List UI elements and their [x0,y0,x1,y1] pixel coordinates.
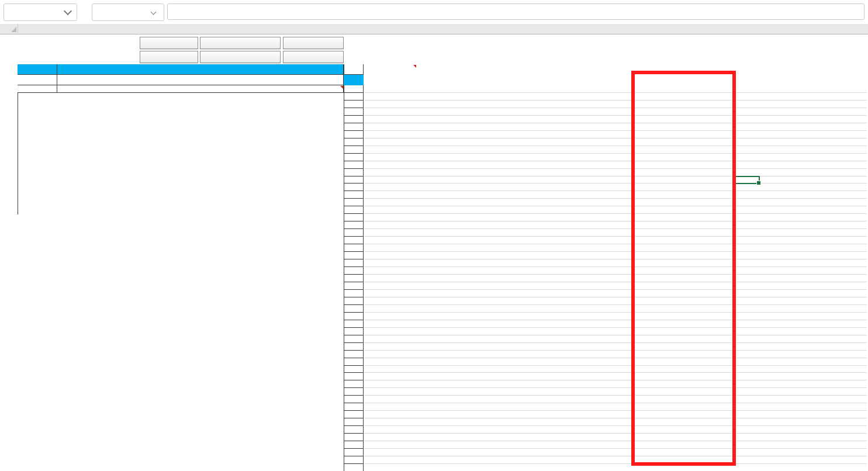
red-highlight-box [631,71,736,466]
serial-column-header[interactable] [344,75,364,85]
brand-scripts-button[interactable] [283,37,344,49]
serial-column-left-border [344,64,344,471]
grid-horizontal-lines [364,85,867,471]
cell-path[interactable] [18,64,57,75]
name-box[interactable] [4,4,77,21]
comment-marker-icon [340,86,343,89]
cell-crt[interactable] [57,64,344,75]
spreadsheet-app [0,0,868,471]
example-note-cell[interactable] [57,85,344,93]
other-scripts-button[interactable] [283,51,344,63]
data-region-notice [542,46,867,56]
fill-handle[interactable] [756,181,761,185]
generate-one-vbs-button[interactable] [200,37,281,49]
generate-one-txt-button[interactable] [140,37,198,49]
content-column-header[interactable] [57,75,344,85]
formula-toolbar [0,0,868,25]
example-label-cell[interactable] [18,85,57,93]
chevron-down-icon[interactable] [150,9,156,15]
column-headers [0,24,868,34]
generate-multi-vbs-button[interactable] [200,51,281,63]
formula-bar-input[interactable] [167,4,864,20]
serial-column-right-border [363,64,364,471]
serial-column-lines [344,85,364,471]
generate-multi-txt-button[interactable] [140,51,198,63]
comment-marker-icon [413,65,416,68]
action-column-header[interactable] [18,75,57,85]
select-all-corner[interactable] [0,24,18,33]
formula-buttons-group [92,4,164,21]
chevron-down-icon [64,7,72,15]
selected-cell-outline [732,176,760,184]
